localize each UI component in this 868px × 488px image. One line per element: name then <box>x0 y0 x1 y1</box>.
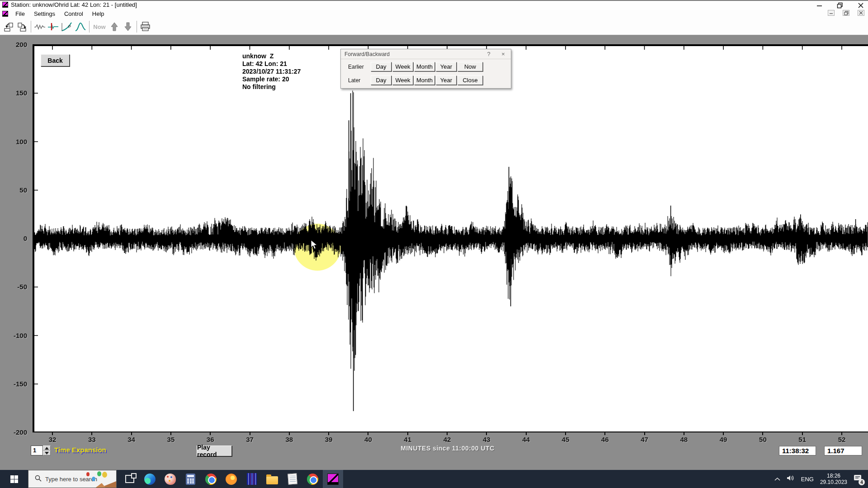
back-button[interactable]: Back <box>41 54 70 66</box>
seismogram-workspace: 200150100500-50-100-150-200 Back unknow … <box>0 35 868 470</box>
later-week-button[interactable]: Week <box>392 75 413 85</box>
restore-icon[interactable] <box>835 1 844 9</box>
print-icon[interactable] <box>139 20 152 33</box>
earlier-week-button[interactable]: Week <box>392 62 413 71</box>
toolbar-separator <box>31 21 31 33</box>
phase-pick-icon[interactable] <box>47 20 60 33</box>
task-view-icon[interactable] <box>119 470 140 488</box>
edge-icon[interactable] <box>140 470 160 488</box>
earlier-year-button[interactable]: Year <box>436 62 457 71</box>
x-tick-label: 33 <box>78 436 105 443</box>
seismic-data-icon[interactable] <box>241 470 262 488</box>
search-box[interactable]: Type here to search <box>28 470 117 488</box>
taskbar-date: 29.10.2023 <box>820 479 847 485</box>
y-tick-label: 200 <box>1 41 27 48</box>
earlier-now-button[interactable]: Now <box>458 62 483 71</box>
load-next-record-icon[interactable] <box>16 20 28 33</box>
menu-help[interactable]: Help <box>88 9 109 18</box>
x-axis-tick <box>447 432 448 435</box>
calculator-icon[interactable] <box>180 470 201 488</box>
taskbar-time: 18:26 <box>820 473 847 479</box>
x-axis-tick <box>407 432 408 435</box>
forward-backward-dialog: Forward/Backward ? × EarlierDayWeekMonth… <box>340 49 511 89</box>
x-tick-label: 46 <box>591 436 618 443</box>
later-year-button[interactable]: Year <box>436 75 457 85</box>
menu-bar: FileSettingsControlHelp <box>0 9 868 19</box>
dialog-close-icon[interactable]: × <box>499 51 507 57</box>
window-title: Station: unknow/Ohrid Lat: 42 Lon: 21 - … <box>11 1 137 8</box>
volume-icon[interactable] <box>787 475 795 483</box>
station-info-line: No filtering <box>242 83 301 91</box>
x-axis-tick <box>250 432 250 435</box>
x-axis-tick <box>684 432 684 435</box>
start-button[interactable] <box>0 470 28 488</box>
later-close-button[interactable]: Close <box>458 75 483 85</box>
dialog-title: Forward/Backward <box>344 51 478 57</box>
taskbar: Type here to search ENG 18:26 29.10.2023 <box>0 470 868 488</box>
dialog-title-bar[interactable]: Forward/Backward ? × <box>341 49 511 59</box>
spinner-down-icon[interactable] <box>43 450 51 455</box>
load-previous-record-icon[interactable] <box>2 20 15 33</box>
minimize-icon[interactable] <box>815 1 824 9</box>
x-axis-tick <box>289 432 290 435</box>
time-expansion-spinner: 1 <box>31 446 51 455</box>
time-expansion-label: Time Expansion <box>54 446 106 454</box>
dialog-row-label: Later <box>348 77 371 84</box>
file-explorer-icon[interactable] <box>262 470 282 488</box>
time-expansion-value[interactable]: 1 <box>31 446 43 455</box>
y-tick-label: 50 <box>1 186 27 194</box>
help-icon[interactable]: ? <box>485 51 493 57</box>
spinner-up-icon[interactable] <box>43 446 51 450</box>
x-tick-label: 34 <box>118 436 145 443</box>
menu-settings[interactable]: Settings <box>29 9 60 18</box>
system-tray: ENG 18:26 29.10.2023 4 <box>774 473 868 485</box>
scroll-down-icon[interactable] <box>122 20 134 33</box>
action-center-icon[interactable]: 4 <box>854 474 862 483</box>
taskbar-clock[interactable]: 18:26 29.10.2023 <box>820 473 847 485</box>
later-month-button[interactable]: Month <box>414 75 435 85</box>
station-info-line: unknow Z <box>242 52 301 60</box>
browser-icon[interactable] <box>302 470 323 488</box>
x-axis-tick <box>91 432 92 435</box>
mdi-close-icon[interactable] <box>858 10 864 16</box>
earlier-day-button[interactable]: Day <box>371 62 392 71</box>
menu-control[interactable]: Control <box>60 9 88 18</box>
paint-icon[interactable] <box>160 470 180 488</box>
later-day-button[interactable]: Day <box>371 75 392 85</box>
earlier-month-button[interactable]: Month <box>414 62 435 71</box>
notepad-icon[interactable] <box>282 470 302 488</box>
mdi-restore-icon[interactable] <box>843 10 849 16</box>
toolbar: PNow <box>0 19 868 35</box>
firefox-icon[interactable] <box>221 470 241 488</box>
dialog-row-later: LaterDayWeekMonthYearClose <box>341 74 511 86</box>
mdi-minimize-icon[interactable] <box>828 10 835 16</box>
x-tick-label: 49 <box>710 436 737 443</box>
seisgram-active-icon[interactable] <box>323 470 343 488</box>
tray-chevron-icon[interactable] <box>774 475 780 483</box>
seismogram-plot[interactable]: Back unknow ZLat: 42 Lon: 212023/10/27 1… <box>33 44 868 432</box>
mdi-window-controls <box>828 10 864 16</box>
now-button[interactable]: Now <box>92 20 107 33</box>
notification-badge: 4 <box>859 479 865 485</box>
spectrum-icon[interactable] <box>74 20 87 33</box>
y-tick-label: -150 <box>1 380 27 388</box>
scroll-up-icon[interactable] <box>108 20 121 33</box>
x-tick-label: 48 <box>670 436 698 443</box>
x-axis-tick <box>526 432 527 435</box>
screen: Station: unknow/Ohrid Lat: 42 Lon: 21 - … <box>0 0 868 488</box>
travel-time-curve-icon[interactable]: P <box>61 20 73 33</box>
language-indicator[interactable]: ENG <box>801 476 814 483</box>
y-tick-label: 100 <box>1 138 27 145</box>
waveform-icon[interactable] <box>33 20 46 33</box>
taskbar-icons <box>119 470 343 488</box>
windows-logo-icon <box>10 475 18 483</box>
dialog-row-label: Earlier <box>348 64 371 70</box>
x-tick-label: 41 <box>394 436 421 443</box>
play-record-button[interactable]: Play record <box>197 446 232 456</box>
close-icon[interactable] <box>856 1 865 9</box>
y-tick-label: -50 <box>1 283 27 291</box>
menu-file[interactable]: File <box>11 9 29 18</box>
chrome-icon[interactable] <box>201 470 221 488</box>
station-info-line: Lat: 42 Lon: 21 <box>242 60 301 68</box>
y-tick-label: -200 <box>1 428 27 436</box>
